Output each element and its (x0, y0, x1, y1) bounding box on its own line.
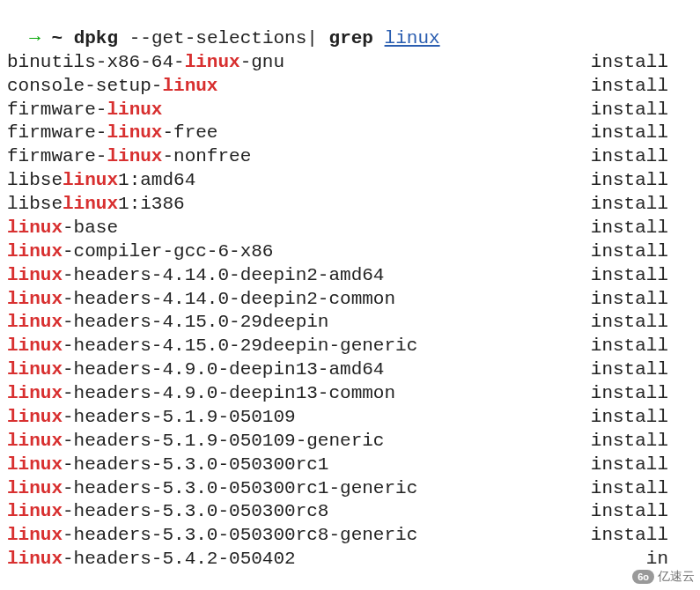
package-status: install (591, 51, 693, 75)
package-status: install (591, 358, 693, 382)
package-name: firmware-linux (7, 99, 162, 122)
cmd-pipe: | (306, 28, 318, 48)
output-row: linux-headers-5.3.0-050300rc8install (7, 500, 693, 524)
prompt-path: ~ (51, 28, 63, 48)
package-name: linux-headers-4.9.0-deepin13-amd64 (7, 358, 384, 382)
grep-match: linux (185, 52, 240, 72)
grep-match: linux (7, 336, 63, 356)
package-name: linux-headers-4.15.0-29deepin (7, 311, 328, 335)
package-status: install (591, 145, 693, 169)
cmd-dpkg: dpkg (74, 28, 118, 48)
package-status: install (591, 169, 693, 193)
output-row: linux-headers-5.3.0-050300rc1-genericins… (7, 477, 693, 501)
grep-match: linux (7, 454, 63, 475)
package-status: install (591, 311, 693, 335)
package-status: install (591, 335, 693, 358)
output-row: linux-headers-5.3.0-050300rc8-genericins… (7, 524, 693, 548)
output-row: linux-headers-4.15.0-29deepin-genericins… (7, 335, 693, 358)
package-status: install (591, 193, 693, 217)
package-status: install (591, 288, 693, 312)
package-name: console-setup-linux (7, 75, 217, 99)
package-status: install (591, 430, 693, 454)
package-name: linux-headers-4.9.0-deepin13-common (7, 382, 395, 406)
cmd-arg: linux (385, 28, 440, 48)
package-name: linux-headers-4.14.0-deepin2-amd64 (7, 264, 384, 288)
package-name: linux-headers-5.1.9-050109-generic (7, 430, 384, 454)
grep-match: linux (7, 359, 63, 380)
grep-match: linux (7, 549, 63, 569)
package-name: linux-compiler-gcc-6-x86 (7, 240, 273, 264)
output-row: linux-headers-5.4.2-050402in (7, 548, 693, 572)
output-row: linux-headers-5.1.9-050109install (7, 406, 693, 430)
watermark-badge: 6o (632, 570, 654, 584)
output-row: linux-baseinstall (7, 217, 693, 240)
output-row: linux-headers-4.14.0-deepin2-amd64instal… (7, 264, 693, 288)
output-row: linux-headers-4.9.0-deepin13-commoninsta… (7, 382, 693, 406)
prompt-arrow: → (29, 28, 41, 48)
package-name: linux-headers-5.3.0-050300rc1-generic (7, 477, 417, 501)
grep-match: linux (63, 194, 118, 214)
package-name: linux-base (7, 217, 118, 240)
grep-match: linux (7, 241, 63, 262)
grep-match: linux (7, 431, 63, 451)
output-row: linux-headers-4.14.0-deepin2-commoninsta… (7, 288, 693, 312)
grep-match: linux (7, 312, 63, 332)
grep-match: linux (7, 289, 63, 309)
package-status: install (591, 500, 693, 524)
grep-match: linux (7, 218, 63, 238)
output-row: libselinux1:amd64install (7, 169, 693, 193)
package-status: install (591, 406, 693, 430)
package-status: install (591, 240, 693, 264)
grep-match: linux (7, 525, 63, 545)
package-name: linux-headers-5.3.0-050300rc8-generic (7, 524, 417, 548)
output-row: linux-headers-4.15.0-29deepininstall (7, 311, 693, 335)
package-status: install (591, 382, 693, 406)
grep-match: linux (107, 100, 162, 120)
grep-match: linux (107, 146, 162, 166)
package-status: install (591, 122, 693, 145)
package-name: linux-headers-5.3.0-050300rc8 (7, 500, 328, 524)
grep-match: linux (162, 76, 217, 96)
package-status: install (591, 99, 693, 122)
package-name: linux-headers-4.14.0-deepin2-common (7, 288, 395, 312)
package-status: install (591, 454, 693, 477)
package-name: linux-headers-4.15.0-29deepin-generic (7, 335, 417, 358)
package-status: install (591, 217, 693, 240)
package-name: firmware-linux-free (7, 122, 217, 145)
grep-match: linux (7, 501, 63, 521)
output-row: binutils-x86-64-linux-gnuinstall (7, 51, 693, 75)
output-row: libselinux1:i386install (7, 193, 693, 217)
package-name: libselinux1:amd64 (7, 169, 195, 193)
package-name: libselinux1:i386 (7, 193, 185, 217)
package-name: binutils-x86-64-linux-gnu (7, 51, 284, 75)
grep-match: linux (107, 122, 162, 143)
grep-match: linux (63, 170, 118, 190)
output-row: firmware-linux-nonfreeinstall (7, 145, 693, 169)
output-row: linux-compiler-gcc-6-x86install (7, 240, 693, 264)
output-row: firmware-linuxinstall (7, 99, 693, 122)
output-row: linux-headers-5.3.0-050300rc1install (7, 454, 693, 477)
grep-match: linux (7, 478, 63, 498)
grep-match: linux (7, 383, 63, 403)
output-row: linux-headers-5.1.9-050109-genericinstal… (7, 430, 693, 454)
cmd-grep: grep (329, 28, 373, 48)
grep-match: linux (7, 265, 63, 285)
watermark: 6o 亿速云 (632, 569, 695, 585)
output-row: console-setup-linuxinstall (7, 75, 693, 99)
watermark-text: 亿速云 (658, 569, 695, 585)
grep-match: linux (7, 407, 63, 427)
command-prompt-line: → ~ dpkg --get-selections| grep linux (7, 4, 693, 51)
cmd-flag: --get-selections (129, 28, 307, 48)
package-status: install (591, 264, 693, 288)
package-status: install (591, 477, 693, 501)
package-name: linux-headers-5.3.0-050300rc1 (7, 454, 328, 477)
output-row: linux-headers-4.9.0-deepin13-amd64instal… (7, 358, 693, 382)
terminal-output: binutils-x86-64-linux-gnuinstallconsole-… (7, 51, 693, 572)
package-name: linux-headers-5.4.2-050402 (7, 548, 296, 572)
package-status: install (591, 75, 693, 99)
package-status: install (591, 524, 693, 548)
package-status: in (646, 548, 693, 572)
package-name: linux-headers-5.1.9-050109 (7, 406, 296, 430)
package-name: firmware-linux-nonfree (7, 145, 251, 169)
output-row: firmware-linux-freeinstall (7, 122, 693, 145)
